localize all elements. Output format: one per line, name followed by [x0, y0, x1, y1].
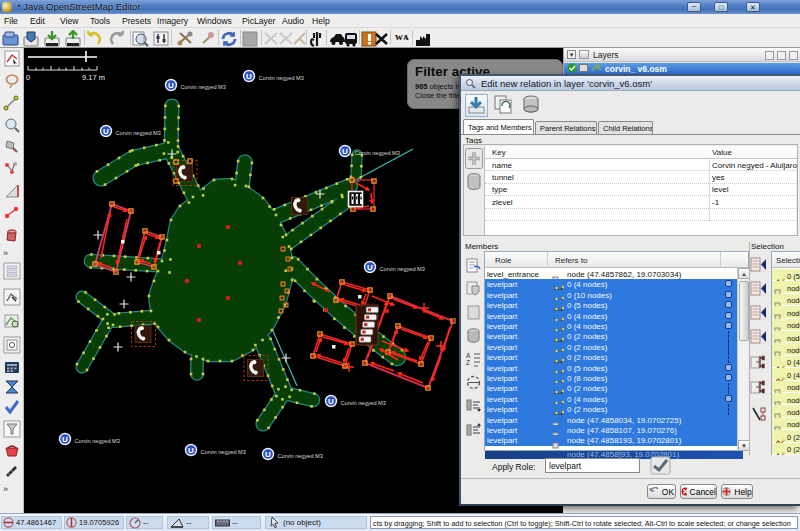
- svg-text:U: U: [188, 446, 194, 455]
- svg-text:Corvin negyed M3: Corvin negyed M3: [341, 400, 386, 406]
- svg-text:A: A: [466, 352, 471, 359]
- svg-text:Corvin negyed M3: Corvin negyed M3: [75, 438, 120, 444]
- svg-text:Corvin negyed M3: Corvin negyed M3: [181, 84, 226, 90]
- svg-text:U: U: [367, 263, 373, 272]
- svg-text:Corvin negyed M3: Corvin negyed M3: [116, 130, 161, 136]
- svg-text:U: U: [265, 450, 271, 459]
- svg-text:U: U: [246, 72, 252, 81]
- svg-text:Z: Z: [466, 359, 470, 366]
- svg-text:9.17 m: 9.17 m: [82, 73, 105, 82]
- svg-text:Corvin negyed M3: Corvin negyed M3: [355, 150, 400, 156]
- svg-text:U: U: [168, 81, 174, 90]
- svg-text:U: U: [342, 147, 348, 156]
- svg-text:U: U: [103, 127, 109, 136]
- svg-text:Corvin negyed M3: Corvin negyed M3: [278, 453, 323, 459]
- svg-text:Corvin negyed M3: Corvin negyed M3: [259, 75, 304, 81]
- svg-text:U: U: [62, 435, 68, 444]
- svg-text:0: 0: [26, 73, 30, 82]
- svg-text:U: U: [328, 397, 334, 406]
- svg-text:Corvin negyed M3: Corvin negyed M3: [380, 266, 425, 272]
- svg-text:Corvin negyed M3: Corvin negyed M3: [201, 449, 246, 455]
